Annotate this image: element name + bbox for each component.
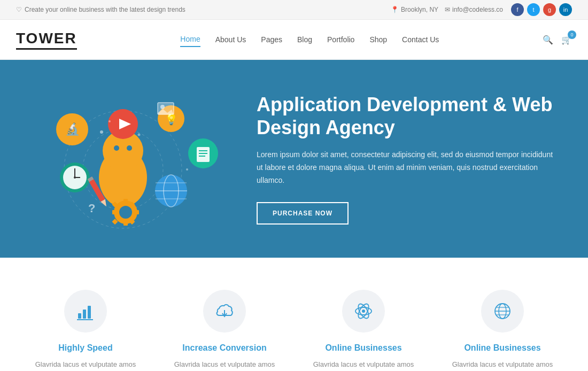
nav-item-blog[interactable]: Blog	[297, 33, 312, 47]
nav-item-contact[interactable]: Contact Us	[402, 33, 439, 47]
atom-icon	[354, 302, 373, 321]
chart-icon	[76, 302, 95, 321]
twitter-icon[interactable]: t	[527, 3, 540, 16]
nav-item-home[interactable]: Home	[180, 32, 200, 47]
svg-point-46	[160, 105, 165, 109]
location-info: 📍 Brooklyn, NY	[391, 6, 438, 13]
svg-point-5	[127, 145, 132, 151]
location-icon: 📍	[391, 6, 399, 13]
feature-title-conversion: Increase Conversion	[166, 343, 283, 353]
facebook-icon[interactable]: f	[511, 3, 524, 16]
linkedin-icon[interactable]: in	[559, 3, 572, 16]
svg-rect-50	[88, 306, 91, 319]
location-text: Brooklyn, NY	[401, 6, 438, 13]
email-info: ✉ info@codeless.co	[445, 6, 503, 13]
feature-desc-online2: Glavrida lacus et vulputate amos agios f…	[444, 359, 561, 371]
nav-item-pages[interactable]: Pages	[261, 33, 282, 47]
hero-section: 🔬 💡	[0, 60, 588, 258]
feature-desc-speed: Glavrida lacus et vulputate amos agios f…	[27, 359, 144, 371]
svg-rect-30	[123, 221, 128, 226]
feature-desc-online1: Glavrida lacus et vulputate amos agios f…	[305, 359, 422, 371]
svg-text:🔬: 🔬	[65, 122, 80, 136]
svg-rect-29	[123, 199, 128, 203]
feature-icon-conversion	[203, 290, 246, 333]
nav-item-about[interactable]: About Us	[215, 33, 246, 47]
svg-point-41	[100, 130, 103, 134]
heart-icon: ♡	[16, 6, 22, 13]
contact-info: 📍 Brooklyn, NY ✉ info@codeless.co	[391, 6, 503, 13]
svg-point-44	[186, 168, 188, 171]
feature-item-speed: Highly Speed Glavrida lacus et vulputate…	[16, 290, 155, 371]
site-logo[interactable]: TOWER	[16, 30, 77, 50]
top-bar-right: 📍 Brooklyn, NY ✉ info@codeless.co f t g …	[391, 3, 572, 16]
feature-item-online2: Online Businesses Glavrida lacus et vulp…	[433, 290, 572, 371]
svg-rect-32	[112, 210, 117, 214]
svg-rect-49	[83, 310, 86, 319]
nav-item-shop[interactable]: Shop	[369, 33, 387, 47]
nav-item-portfolio[interactable]: Portfolio	[327, 33, 354, 47]
feature-icon-atom	[342, 290, 385, 333]
tagline-text: Create your online business with the lat…	[25, 6, 185, 13]
feature-title-speed: Highly Speed	[27, 343, 144, 353]
hero-content: Application Development & Web Design Age…	[257, 93, 556, 225]
hero-description: Lorem ipsum dolor sit amet, consectetur …	[257, 149, 556, 187]
svg-rect-48	[78, 313, 81, 319]
cart-icon[interactable]: 🛒 0	[561, 35, 572, 45]
feature-icon-speed	[64, 290, 107, 333]
feature-item-online1: Online Businesses Glavrida lacus et vulp…	[294, 290, 433, 371]
svg-text:?: ?	[88, 202, 95, 215]
globe-icon	[493, 302, 512, 321]
cloud-icon	[215, 302, 234, 321]
cart-badge: 0	[568, 30, 576, 39]
social-icons-group: f t g in	[511, 3, 572, 16]
hero-svg: 🔬 💡	[32, 84, 235, 234]
search-icon[interactable]: 🔍	[543, 35, 553, 45]
tagline-area: ♡ Create your online business with the l…	[16, 6, 185, 13]
top-bar: ♡ Create your online business with the l…	[0, 0, 588, 20]
nav-menu: Home About Us Pages Blog Portfolio Shop …	[180, 32, 439, 47]
svg-point-43	[138, 134, 141, 136]
hero-title: Application Development & Web Design Age…	[257, 93, 556, 139]
feature-desc-conversion: Glavrida lacus et vulputate amos agios f…	[166, 359, 283, 371]
features-section: Highly Speed Glavrida lacus et vulputate…	[0, 258, 588, 371]
svg-point-28	[119, 206, 132, 219]
feature-icon-globe	[481, 290, 524, 333]
svg-point-4	[114, 145, 119, 151]
googleplus-icon[interactable]: g	[543, 3, 556, 16]
feature-title-online2: Online Businesses	[444, 343, 561, 353]
nav-icons: 🔍 🛒 0	[543, 35, 572, 45]
navbar: TOWER Home About Us Pages Blog Portfolio…	[0, 20, 588, 60]
svg-point-53	[362, 310, 365, 313]
feature-title-online1: Online Businesses	[305, 343, 422, 353]
svg-rect-31	[135, 210, 139, 214]
svg-rect-13	[197, 147, 210, 162]
feature-item-conversion: Increase Conversion Glavrida lacus et vu…	[155, 290, 294, 371]
svg-point-42	[109, 120, 111, 122]
email-text: info@codeless.co	[452, 6, 503, 13]
email-icon: ✉	[445, 6, 450, 13]
hero-illustration: 🔬 💡	[32, 84, 235, 234]
purchase-now-button[interactable]: PURCHASE NOW	[257, 202, 349, 225]
